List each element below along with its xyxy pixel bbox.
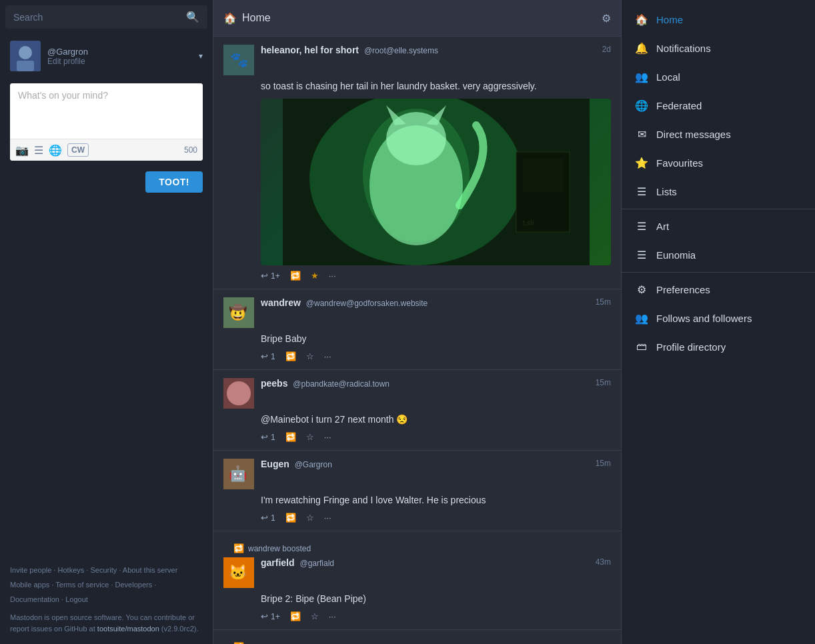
char-count: 500 <box>184 145 197 155</box>
nav-item-eunomia[interactable]: ☰ Eunomia <box>622 241 815 269</box>
post-actions-4: ↩ 1 🔁 ☆ ··· <box>261 513 611 523</box>
boost-by-5: wandrew boosted <box>248 544 311 553</box>
feed-settings-icon[interactable]: ⚙ <box>602 12 611 25</box>
feed-header: 🏠 Home ⚙ <box>213 0 621 37</box>
profile-handle: @Gargron <box>47 47 192 57</box>
logout-link[interactable]: Logout <box>65 595 88 603</box>
post-content-3: @Mainebot i turn 27 next month 😒 <box>261 413 611 427</box>
reply-button-2[interactable]: ↩ 1 <box>261 351 275 361</box>
developers-link[interactable]: Developers <box>115 581 153 589</box>
more-button-3[interactable]: ··· <box>324 432 331 442</box>
more-button-1[interactable]: ··· <box>329 271 336 281</box>
preferences-nav-icon: ⚙ <box>635 283 648 296</box>
fav-button-4[interactable]: ☆ <box>306 513 314 523</box>
more-button-5[interactable]: ··· <box>329 611 336 621</box>
list-icon[interactable]: ☰ <box>34 144 43 157</box>
boost-button-4[interactable]: 🔁 <box>285 513 296 523</box>
nav-item-local[interactable]: 👥 Local <box>622 63 815 91</box>
post-actions-1: ↩ 1+ 🔁 ★ ··· <box>261 271 611 281</box>
terms-link[interactable]: Terms of service <box>55 581 109 589</box>
nav-item-preferences[interactable]: ⚙ Preferences <box>622 275 815 304</box>
post-avatar-3 <box>223 378 254 409</box>
security-link[interactable]: Security <box>90 566 117 574</box>
post-actions-2: ↩ 1 🔁 ☆ ··· <box>261 351 611 361</box>
nav-item-follows-followers[interactable]: 👥 Follows and followers <box>622 304 815 333</box>
fav-button-2[interactable]: ☆ <box>306 351 314 361</box>
compose-textarea[interactable] <box>10 83 203 137</box>
post-author-3: peebs <box>261 378 287 389</box>
about-link[interactable]: About this server <box>123 566 178 574</box>
nav-divider-2 <box>622 272 815 273</box>
post-handle-5: @garfiald <box>299 559 334 568</box>
nav-label-profile-directory: Profile directory <box>656 341 726 353</box>
more-button-4[interactable]: ··· <box>324 513 331 523</box>
reply-button-4[interactable]: ↩ 1 <box>261 513 275 523</box>
more-button-2[interactable]: ··· <box>324 351 331 361</box>
nav-item-federated[interactable]: 🌐 Federated <box>622 91 815 120</box>
svg-point-15 <box>363 109 470 242</box>
boost-indicator-6: 🔁 wandrew boosted <box>223 638 611 644</box>
home-feed-icon: 🏠 <box>223 12 237 25</box>
svg-point-1 <box>19 46 32 59</box>
art-nav-icon: ☰ <box>635 220 648 233</box>
boost-button-2[interactable]: 🔁 <box>285 351 296 361</box>
svg-point-19 <box>227 381 251 405</box>
post-avatar-5: 🐱 <box>223 557 254 588</box>
post-actions-3: ↩ 1 🔁 ☆ ··· <box>261 432 611 442</box>
nav-item-profile-directory[interactable]: 🗃 Profile directory <box>622 333 815 361</box>
nav-label-direct-messages: Direct messages <box>656 129 731 140</box>
nav-label-art: Art <box>656 221 669 232</box>
nav-item-notifications[interactable]: 🔔 Notifications <box>622 34 815 63</box>
reply-button-3[interactable]: ↩ 1 <box>261 432 275 442</box>
nav-label-local: Local <box>656 71 680 83</box>
nav-item-home[interactable]: 🏠 Home <box>622 5 815 34</box>
follows-followers-nav-icon: 👥 <box>635 312 648 325</box>
boost-button-1[interactable]: 🔁 <box>290 271 301 281</box>
camera-icon[interactable]: 📷 <box>15 144 29 157</box>
cw-button[interactable]: CW <box>67 143 89 157</box>
dropdown-icon[interactable]: ▾ <box>199 51 203 61</box>
post-avatar-2: 🤠 <box>223 297 254 328</box>
post-author-1: heleanor, hel for short <box>261 45 359 55</box>
nav-item-direct-messages[interactable]: ✉ Direct messages <box>622 120 815 149</box>
post-content-1: so toast is chasing her tail in her laun… <box>261 79 611 265</box>
post-6: 🔁 wandrew boosted 🤠 <box>213 630 621 644</box>
nav-item-favourites[interactable]: ⭐ Favourites <box>622 149 815 177</box>
edit-profile-link[interactable]: Edit profile <box>47 57 192 66</box>
repo-link[interactable]: tootsuite/mastodon <box>97 625 159 633</box>
feed-scroll[interactable]: 🐾 heleanor, hel for short @root@elle.sys… <box>213 37 621 644</box>
search-bar: 🔍 <box>5 5 207 29</box>
notifications-nav-icon: 🔔 <box>635 42 648 55</box>
documentation-link[interactable]: Documentation <box>10 595 59 603</box>
svg-text:🐱: 🐱 <box>229 563 247 581</box>
post-content-4: I'm rewatching Fringe and I love Walter.… <box>261 493 611 507</box>
nav-label-home: Home <box>656 14 683 25</box>
search-input[interactable] <box>13 12 186 23</box>
fav-button-1[interactable]: ★ <box>311 271 319 281</box>
right-sidebar: 🏠 Home 🔔 Notifications 👥 Local 🌐 Federat… <box>622 0 815 644</box>
svg-rect-13 <box>523 159 563 192</box>
mobile-apps-link[interactable]: Mobile apps <box>10 581 49 589</box>
invite-people-link[interactable]: Invite people <box>10 566 51 574</box>
post-1: 🐾 heleanor, hel for short @root@elle.sys… <box>213 37 621 289</box>
nav-item-lists[interactable]: ☰ Lists <box>622 177 815 206</box>
globe-icon[interactable]: 🌐 <box>49 144 62 157</box>
post-handle-2: @wandrew@godforsaken.website <box>306 299 428 308</box>
fav-button-3[interactable]: ☆ <box>306 432 314 442</box>
reply-button-1[interactable]: ↩ 1+ <box>261 271 280 281</box>
eunomia-nav-icon: ☰ <box>635 249 648 261</box>
hotkeys-link[interactable]: Hotkeys <box>58 566 85 574</box>
nav-item-art[interactable]: ☰ Art <box>622 212 815 241</box>
post-image-1[interactable]: t.sli <box>261 99 611 265</box>
post-5: 🔁 wandrew boosted 🐱 garfield @garfiald 4… <box>213 531 621 630</box>
nav-label-notifications: Notifications <box>656 43 711 54</box>
feed-title: Home <box>242 12 602 24</box>
boost-button-3[interactable]: 🔁 <box>285 432 296 442</box>
nav-label-lists: Lists <box>656 186 677 197</box>
fav-button-5[interactable]: ☆ <box>311 611 319 621</box>
boost-button-5[interactable]: 🔁 <box>290 611 301 621</box>
search-icon[interactable]: 🔍 <box>186 11 199 23</box>
local-nav-icon: 👥 <box>635 71 648 83</box>
toot-button[interactable]: TOOT! <box>145 171 203 193</box>
reply-button-5[interactable]: ↩ 1+ <box>261 611 280 621</box>
